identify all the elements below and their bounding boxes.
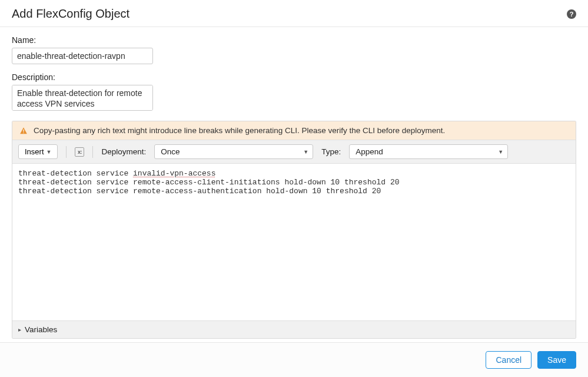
name-input[interactable] xyxy=(12,48,153,64)
help-icon[interactable]: ? xyxy=(567,9,576,19)
variables-expander[interactable]: ▸ Variables xyxy=(12,320,576,338)
cancel-button[interactable]: Cancel xyxy=(486,351,531,369)
svg-rect-1 xyxy=(23,132,24,133)
type-select-wrap: Append ▼ xyxy=(349,144,508,159)
dialog-body: Name: Description: Enable threat-detecti… xyxy=(0,27,588,342)
insert-button[interactable]: Insert ▼ xyxy=(18,144,58,159)
insert-button-label: Insert xyxy=(25,147,44,156)
dialog-footer: Cancel Save xyxy=(0,342,588,377)
cli-line-1a: threat-detection service xyxy=(18,169,133,178)
deployment-select-wrap: Once ▼ xyxy=(154,144,313,159)
cli-line-1b: invalid-vpn-access xyxy=(133,169,215,178)
type-select[interactable]: Append xyxy=(349,144,508,159)
description-input[interactable]: Enable threat-detection for remote acces… xyxy=(12,85,153,111)
cli-line-2: threat-detection service remote-access-c… xyxy=(18,178,400,187)
warning-icon xyxy=(19,127,28,135)
dialog-title: Add FlexConfig Object xyxy=(12,7,129,21)
description-label: Description: xyxy=(12,72,576,82)
warning-banner: Copy-pasting any rich text might introdu… xyxy=(12,121,576,140)
chevron-right-icon: ▸ xyxy=(18,326,21,333)
name-label: Name: xyxy=(12,35,576,45)
name-fieldset: Name: xyxy=(12,35,576,64)
svg-rect-0 xyxy=(23,129,24,131)
editor-container: Copy-pasting any rich text might introdu… xyxy=(12,121,576,339)
cli-line-3: threat-detection service remote-access-a… xyxy=(18,187,381,196)
flexconfig-dialog: Add FlexConfig Object ? Name: Descriptio… xyxy=(0,0,588,377)
deployment-label: Deployment: xyxy=(101,147,146,156)
variable-icon[interactable]: x: xyxy=(75,147,84,157)
toolbar-separator xyxy=(66,146,67,158)
cli-editor[interactable]: threat-detection service invalid-vpn-acc… xyxy=(12,164,576,320)
toolbar-separator xyxy=(92,146,93,158)
variables-label: Variables xyxy=(25,325,57,334)
description-fieldset: Description: Enable threat-detection for… xyxy=(12,72,576,113)
deployment-select[interactable]: Once xyxy=(154,144,313,159)
save-button[interactable]: Save xyxy=(537,351,576,369)
dialog-header: Add FlexConfig Object ? xyxy=(0,0,588,27)
type-label: Type: xyxy=(321,147,341,156)
warning-text: Copy-pasting any rich text might introdu… xyxy=(34,126,445,135)
editor-toolbar: Insert ▼ x: Deployment: Once ▼ Type: App… xyxy=(12,140,576,164)
caret-down-icon: ▼ xyxy=(46,149,52,155)
